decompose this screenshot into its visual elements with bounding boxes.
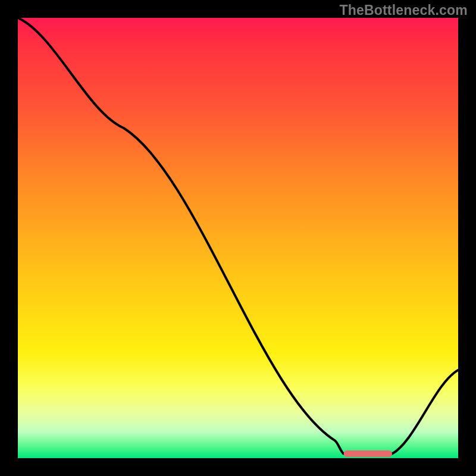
chart-curve (18, 18, 458, 454)
chart-overlay-svg (18, 18, 458, 458)
chart-plot (18, 18, 458, 458)
watermark-label: TheBottleneck.com (339, 2, 468, 18)
chart-frame: TheBottleneck.com (0, 0, 476, 476)
bottleneck-marker (344, 450, 392, 457)
